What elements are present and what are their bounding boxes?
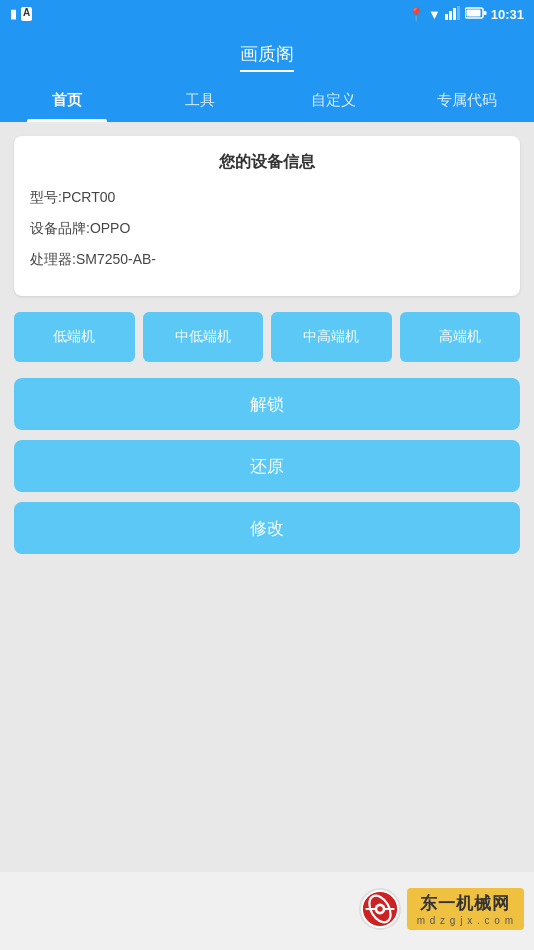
footer-watermark: 东一机械网 m d z g j x . c o m xyxy=(359,888,524,930)
status-left-icons: ▮ A xyxy=(10,7,32,21)
location-icon: 📍 xyxy=(408,7,424,22)
tab-custom[interactable]: 自定义 xyxy=(267,78,401,122)
svg-rect-5 xyxy=(466,9,480,16)
footer-brand-box: 东一机械网 m d z g j x . c o m xyxy=(407,888,524,930)
grade-mid-low-btn[interactable]: 中低端机 xyxy=(143,312,264,362)
footer-brand-name: 东一机械网 xyxy=(420,892,510,915)
grade-low-btn[interactable]: 低端机 xyxy=(14,312,135,362)
restore-button[interactable]: 还原 xyxy=(14,440,520,492)
svg-rect-6 xyxy=(483,11,486,15)
device-model-row: 型号:PCRT00 xyxy=(30,187,504,208)
tab-tools[interactable]: 工具 xyxy=(134,78,268,122)
grade-high-btn[interactable]: 高端机 xyxy=(400,312,521,362)
app-icon: A xyxy=(21,7,32,21)
battery-icon xyxy=(465,7,487,22)
status-bar: ▮ A 📍 ▼ 10:31 xyxy=(0,0,534,28)
action-buttons-group: 解锁 还原 修改 xyxy=(14,378,520,554)
svg-rect-0 xyxy=(445,14,448,20)
svg-rect-1 xyxy=(449,11,452,20)
device-info-card: 您的设备信息 型号:PCRT00 设备品牌:OPPO 处理器:SM7250-AB… xyxy=(14,136,520,296)
footer-brand-url: m d z g j x . c o m xyxy=(417,915,514,926)
modify-button[interactable]: 修改 xyxy=(14,502,520,554)
device-brand-row: 设备品牌:OPPO xyxy=(30,218,504,239)
tab-home[interactable]: 首页 xyxy=(0,78,134,122)
svg-point-11 xyxy=(377,906,382,911)
wifi-icon: ▼ xyxy=(428,7,441,22)
status-right-icons: 📍 ▼ 10:31 xyxy=(408,6,524,23)
signal-icon xyxy=(445,6,461,23)
svg-rect-3 xyxy=(457,6,460,20)
tab-bar: 首页 工具 自定义 专属代码 xyxy=(0,78,534,122)
device-card-title: 您的设备信息 xyxy=(30,152,504,173)
sim-icon: ▮ xyxy=(10,7,17,21)
app-header: 画质阁 xyxy=(0,28,534,78)
main-content: 您的设备信息 型号:PCRT00 设备品牌:OPPO 处理器:SM7250-AB… xyxy=(0,122,534,872)
device-processor-row: 处理器:SM7250-AB- xyxy=(30,249,504,270)
unlock-button[interactable]: 解锁 xyxy=(14,378,520,430)
tab-exclusive-code[interactable]: 专属代码 xyxy=(401,78,535,122)
time-display: 10:31 xyxy=(491,7,524,22)
app-title: 画质阁 xyxy=(240,42,294,72)
svg-rect-2 xyxy=(453,8,456,20)
grade-mid-high-btn[interactable]: 中高端机 xyxy=(271,312,392,362)
footer-logo xyxy=(359,888,401,930)
grade-buttons-row: 低端机 中低端机 中高端机 高端机 xyxy=(14,312,520,362)
